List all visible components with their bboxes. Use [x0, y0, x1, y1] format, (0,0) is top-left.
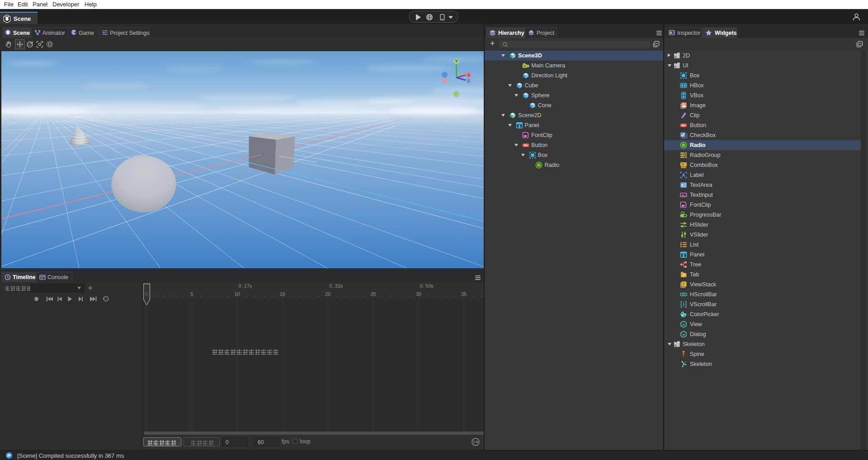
svg-text:0. 33s: 0. 33s	[329, 283, 343, 289]
svg-text:X: X	[467, 73, 470, 77]
svg-text:0. 17s: 0. 17s	[239, 283, 252, 289]
svg-text:0. 50s: 0. 50s	[420, 283, 434, 289]
svg-text:Y: Y	[455, 59, 458, 63]
svg-text:Z: Z	[467, 79, 470, 83]
